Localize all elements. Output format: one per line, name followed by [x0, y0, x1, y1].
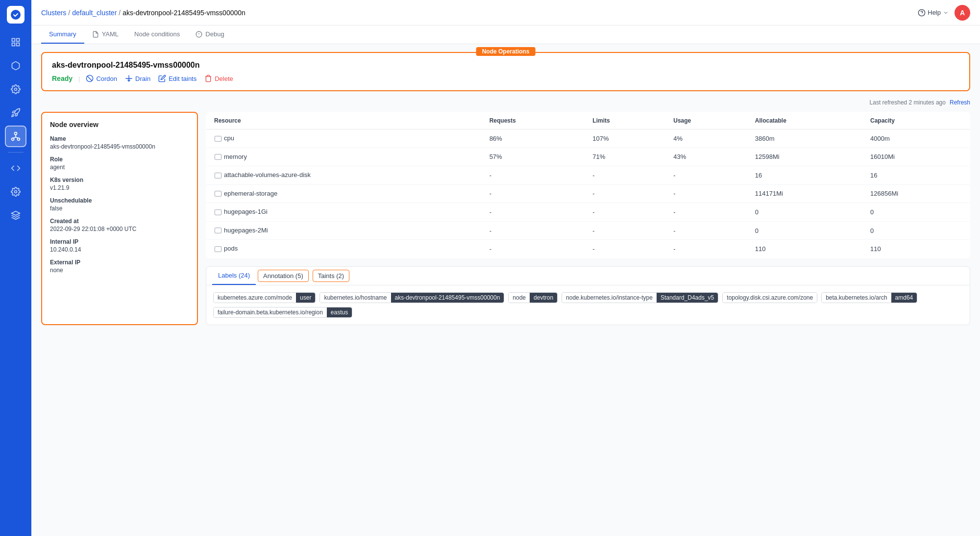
- overview-field-internal-ip: Internal IP 10.240.0.14: [50, 238, 189, 253]
- sidebar-item-code[interactable]: [5, 157, 26, 179]
- labels-content: kubernetes.azure.com/modeuserkubernetes.…: [206, 285, 970, 325]
- action-separator-1: |: [78, 75, 80, 82]
- svg-point-8: [17, 138, 20, 140]
- tab-debug[interactable]: Debug: [188, 26, 232, 44]
- svg-rect-24: [215, 209, 221, 215]
- table-row: ephemeral-storage - - - 114171Mi 126856M…: [206, 184, 970, 203]
- svg-rect-2: [17, 39, 20, 42]
- cell-usage: 43%: [665, 148, 747, 166]
- cell-requests: 86%: [482, 129, 585, 148]
- label-value: user: [296, 293, 315, 303]
- cell-requests: -: [482, 166, 585, 185]
- sidebar-item-rocket[interactable]: [5, 102, 26, 124]
- cell-allocatable: 110: [747, 240, 862, 258]
- cordon-button[interactable]: Cordon: [86, 75, 117, 82]
- col-usage: Usage: [665, 112, 747, 129]
- label-value: devtron: [530, 293, 557, 303]
- cell-capacity: 126856Mi: [862, 184, 970, 203]
- cell-requests: 57%: [482, 148, 585, 166]
- drain-button[interactable]: Drain: [125, 75, 150, 82]
- sidebar-item-cube[interactable]: [5, 55, 26, 77]
- svg-rect-21: [215, 154, 221, 160]
- app-logo: [7, 6, 24, 24]
- resource-icon: [214, 245, 222, 253]
- topbar: Clusters / default_cluster / aks-devtron…: [31, 0, 980, 26]
- topbar-right: Help A: [918, 5, 970, 21]
- svg-line-19: [88, 76, 92, 80]
- svg-rect-1: [12, 39, 15, 42]
- cell-usage: -: [665, 184, 747, 203]
- sidebar-item-settings[interactable]: [5, 181, 26, 203]
- label-tag: topology.disk.csi.azure.com/zone: [722, 292, 817, 303]
- table-row: hugepages-1Gi - - - 0 0: [206, 203, 970, 222]
- main-area: Clusters / default_cluster / aks-devtron…: [31, 0, 980, 536]
- breadcrumb: Clusters / default_cluster / aks-devtron…: [41, 9, 245, 17]
- tab-annotations[interactable]: Annotation (5): [258, 270, 309, 282]
- tab-node-conditions[interactable]: Node conditions: [126, 26, 188, 44]
- label-value: amd64: [891, 293, 917, 303]
- col-resource: Resource: [206, 112, 482, 129]
- tab-labels[interactable]: Labels (24): [212, 267, 256, 285]
- resource-section: Resource Requests Limits Usage Allocatab…: [206, 112, 970, 325]
- label-tag: kubernetes.io/hostnameaks-devtronpool-21…: [319, 292, 504, 303]
- label-value: aks-devtronpool-21485495-vmss00000n: [391, 293, 504, 303]
- delete-button[interactable]: Delete: [204, 75, 233, 82]
- svg-rect-3: [12, 43, 15, 46]
- col-capacity: Capacity: [862, 112, 970, 129]
- breadcrumb-default-cluster[interactable]: default_cluster: [72, 9, 117, 17]
- tab-yaml[interactable]: YAML: [84, 26, 126, 44]
- help-button[interactable]: Help: [918, 9, 949, 17]
- cell-capacity: 16010Mi: [862, 148, 970, 166]
- tab-summary[interactable]: Summary: [41, 26, 84, 44]
- cell-allocatable: 0: [747, 203, 862, 222]
- node-overview-title: Node overview: [50, 121, 189, 128]
- svg-line-11: [16, 137, 19, 138]
- sidebar-item-gear[interactable]: [5, 78, 26, 100]
- help-label: Help: [928, 9, 941, 16]
- node-operations-box: Node Operations aks-devtronpool-21485495…: [41, 52, 970, 91]
- svg-point-7: [12, 138, 14, 140]
- cell-name: ephemeral-storage: [206, 184, 482, 203]
- refresh-bar: Last refreshed 2 minutes ago Refresh: [41, 99, 970, 106]
- tab-taints[interactable]: Taints (2): [313, 270, 349, 282]
- cell-requests: -: [482, 184, 585, 203]
- node-overview-card: Node overview Name aks-devtronpool-21485…: [41, 112, 198, 325]
- breadcrumb-clusters[interactable]: Clusters: [41, 9, 66, 17]
- cell-limits: -: [585, 203, 665, 222]
- cell-usage: -: [665, 166, 747, 185]
- breadcrumb-sep-1: /: [68, 9, 70, 17]
- edit-taints-button[interactable]: Edit taints: [158, 75, 196, 82]
- label-key: node: [509, 293, 530, 303]
- label-key: beta.kubernetes.io/arch: [822, 293, 891, 303]
- sidebar-item-nodes[interactable]: [5, 126, 26, 147]
- svg-point-5: [15, 88, 17, 91]
- label-key: node.kubernetes.io/instance-type: [562, 293, 657, 303]
- cell-name: hugepages-2Mi: [206, 221, 482, 240]
- resource-icon: [214, 227, 222, 234]
- svg-point-12: [15, 191, 17, 193]
- cell-requests: -: [482, 240, 585, 258]
- label-value: Standard_D4ads_v5: [657, 293, 718, 303]
- sidebar-divider: [8, 152, 24, 153]
- table-row: memory 57% 71% 43% 12598Mi 16010Mi: [206, 148, 970, 166]
- labels-section: Labels (24) Annotation (5) Taints (2) ku…: [206, 266, 970, 325]
- sidebar-item-layers[interactable]: [5, 204, 26, 226]
- table-row: cpu 86% 107% 4% 3860m 4000m: [206, 129, 970, 148]
- cell-limits: -: [585, 166, 665, 185]
- resource-icon: [214, 172, 222, 179]
- table-row: attachable-volumes-azure-disk - - - 16 1…: [206, 166, 970, 185]
- refresh-button[interactable]: Refresh: [950, 99, 970, 106]
- node-ops-title: aks-devtronpool-21485495-vmss00000n: [52, 61, 959, 70]
- svg-marker-13: [12, 211, 20, 215]
- cell-usage: 4%: [665, 129, 747, 148]
- cell-name: attachable-volumes-azure-disk: [206, 166, 482, 185]
- cell-capacity: 0: [862, 221, 970, 240]
- svg-rect-26: [215, 247, 221, 252]
- node-ops-banner: Node Operations: [476, 47, 536, 56]
- cell-limits: 107%: [585, 129, 665, 148]
- sidebar-item-grid[interactable]: [5, 31, 26, 53]
- col-requests: Requests: [482, 112, 585, 129]
- user-avatar[interactable]: A: [955, 5, 970, 21]
- cell-capacity: 16: [862, 166, 970, 185]
- tab-bar: Summary YAML Node conditions Debug: [31, 26, 980, 44]
